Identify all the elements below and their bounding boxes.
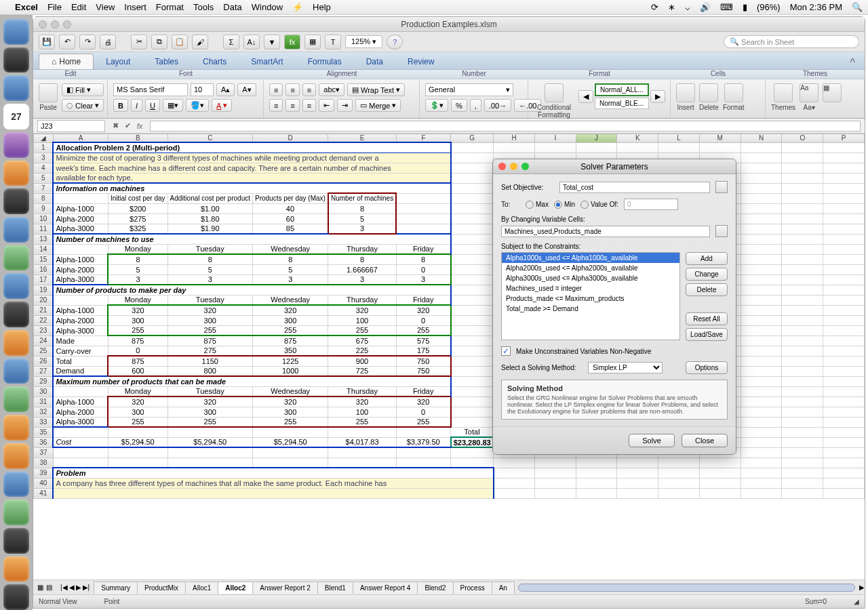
- dock-app10-icon[interactable]: [3, 500, 29, 525]
- section-header[interactable]: Number of machines to use: [53, 234, 450, 244]
- menu-tools[interactable]: Tools: [193, 2, 214, 12]
- data-cell[interactable]: 300: [108, 407, 167, 417]
- data-cell[interactable]: 800: [167, 366, 252, 376]
- data-cell[interactable]: 100: [328, 315, 396, 325]
- tab-charts[interactable]: Charts: [191, 54, 239, 69]
- font-color-button[interactable]: A▾: [212, 99, 232, 112]
- sheet-tab[interactable]: Blend2: [417, 582, 453, 594]
- row-label[interactable]: Demand: [53, 366, 108, 376]
- sort-button[interactable]: A↓: [243, 35, 260, 49]
- constraint-item[interactable]: Alpha1000s_used <= Alpha1000s_available: [502, 253, 679, 263]
- style-scroll-right[interactable]: ▶: [650, 90, 665, 103]
- data-cell[interactable]: 750: [396, 356, 451, 366]
- data-cell[interactable]: 5: [328, 214, 396, 224]
- data-cell[interactable]: 575: [396, 336, 451, 346]
- align-center-button[interactable]: ≡: [285, 99, 299, 112]
- search-input[interactable]: 🔍 Search in Sheet: [724, 35, 859, 48]
- row-label[interactable]: Total: [53, 356, 108, 366]
- data-cell[interactable]: 3: [167, 274, 252, 285]
- sheet-tab[interactable]: Alloc1: [185, 582, 218, 594]
- clock[interactable]: Mon 2:36 PM: [790, 2, 842, 12]
- grow-font-button[interactable]: A▴: [216, 83, 235, 96]
- col-G[interactable]: G: [451, 134, 494, 143]
- underline-button[interactable]: U: [145, 99, 160, 112]
- sheet-tab[interactable]: ProductMix: [137, 582, 186, 594]
- data-cell[interactable]: 1.666667: [328, 264, 396, 274]
- inc-decimal-button[interactable]: .00→: [484, 99, 511, 112]
- col-B[interactable]: B: [108, 134, 167, 143]
- style-scroll-left[interactable]: ◀: [578, 90, 593, 103]
- day-header[interactable]: Tuesday: [167, 386, 252, 396]
- font-name-select[interactable]: MS Sans Serif: [113, 83, 188, 96]
- data-cell[interactable]: $1.80: [167, 214, 252, 224]
- col-O[interactable]: O: [782, 134, 823, 143]
- col-C[interactable]: C: [167, 134, 252, 143]
- menu-window[interactable]: Window: [252, 2, 283, 12]
- day-header[interactable]: Friday: [396, 244, 451, 254]
- day-header[interactable]: Tuesday: [167, 244, 252, 254]
- insert-cells-button[interactable]: Insert: [676, 83, 695, 111]
- data-cell[interactable]: 300: [167, 407, 252, 417]
- data-cell[interactable]: 320: [108, 396, 167, 407]
- tab-tables[interactable]: Tables: [142, 54, 191, 69]
- cost-cell[interactable]: $5,294.50: [252, 437, 328, 447]
- data-cell[interactable]: 875: [108, 356, 167, 366]
- dialog-close-icon[interactable]: [498, 163, 506, 170]
- data-cell[interactable]: 300: [108, 315, 167, 325]
- textbox-button[interactable]: T: [325, 35, 341, 49]
- data-cell[interactable]: 5: [167, 264, 252, 274]
- day-header[interactable]: Tuesday: [167, 295, 252, 305]
- data-cell[interactable]: 875: [167, 336, 252, 346]
- col-D[interactable]: D: [252, 134, 328, 143]
- zoom-select[interactable]: 125% ▾: [345, 35, 382, 48]
- data-cell[interactable]: 320: [328, 305, 396, 315]
- input-icon[interactable]: ⌨: [720, 2, 733, 12]
- data-cell[interactable]: 3: [108, 274, 167, 285]
- close-button[interactable]: Close: [682, 434, 728, 447]
- data-cell[interactable]: 350: [252, 346, 328, 356]
- bycells-input[interactable]: [501, 226, 710, 237]
- spotlight-icon[interactable]: 🔍: [852, 2, 863, 12]
- fx-button[interactable]: fx: [284, 35, 300, 49]
- select-all-corner[interactable]: ◢: [34, 134, 54, 143]
- sheet-tab-active[interactable]: Alloc2: [218, 582, 253, 594]
- fx-icon[interactable]: fx: [134, 122, 146, 130]
- theme-colors-button[interactable]: ▦: [823, 83, 842, 102]
- data-cell[interactable]: 320: [396, 396, 451, 407]
- fill-button[interactable]: ◧ Fill ▾: [62, 83, 104, 96]
- data-cell[interactable]: 255: [328, 325, 396, 336]
- shrink-font-button[interactable]: A▾: [237, 83, 256, 96]
- constraints-list[interactable]: Alpha1000s_used <= Alpha1000s_available …: [501, 252, 680, 340]
- data-cell[interactable]: 255: [167, 417, 252, 427]
- data-cell[interactable]: $1.90: [167, 224, 252, 234]
- data-cell[interactable]: 8: [328, 203, 396, 214]
- comma-button[interactable]: ,: [470, 99, 481, 112]
- view-normal-icon[interactable]: ▦: [37, 584, 43, 591]
- machine-label[interactable]: Alpha-3000: [53, 417, 108, 427]
- data-cell[interactable]: 0: [396, 264, 451, 274]
- col-K[interactable]: K: [617, 134, 658, 143]
- dock-excel-icon[interactable]: [3, 386, 29, 412]
- status-resize-icon[interactable]: ◢: [854, 598, 859, 605]
- format-cells-button[interactable]: Format: [723, 83, 745, 111]
- data-cell[interactable]: 255: [328, 417, 396, 427]
- day-header[interactable]: Wednesday: [252, 386, 328, 396]
- tab-home[interactable]: ⌂Home: [39, 54, 94, 69]
- align-left-button[interactable]: ≡: [269, 99, 283, 112]
- delete-constraint-button[interactable]: Delete: [686, 283, 728, 296]
- number-format-select[interactable]: General ▾: [425, 83, 513, 96]
- solver-titlebar[interactable]: Solver Parameters: [493, 159, 736, 174]
- machine-label[interactable]: Alpha-2000: [53, 315, 108, 325]
- data-cell[interactable]: 675: [328, 336, 396, 346]
- dock-app5-icon[interactable]: [3, 273, 29, 299]
- add-constraint-button[interactable]: Add: [686, 252, 728, 265]
- col-I[interactable]: I: [535, 134, 576, 143]
- undo-button[interactable]: ↶: [59, 35, 75, 49]
- load-save-button[interactable]: Load/Save: [686, 328, 728, 341]
- script-icon[interactable]: ⚡: [292, 2, 303, 12]
- reset-all-button[interactable]: Reset All: [686, 312, 728, 325]
- dialog-minimize-icon[interactable]: [510, 163, 517, 170]
- italic-button[interactable]: I: [131, 99, 142, 112]
- ref-picker-icon[interactable]: [715, 181, 728, 193]
- data-cell[interactable]: 8: [396, 254, 451, 264]
